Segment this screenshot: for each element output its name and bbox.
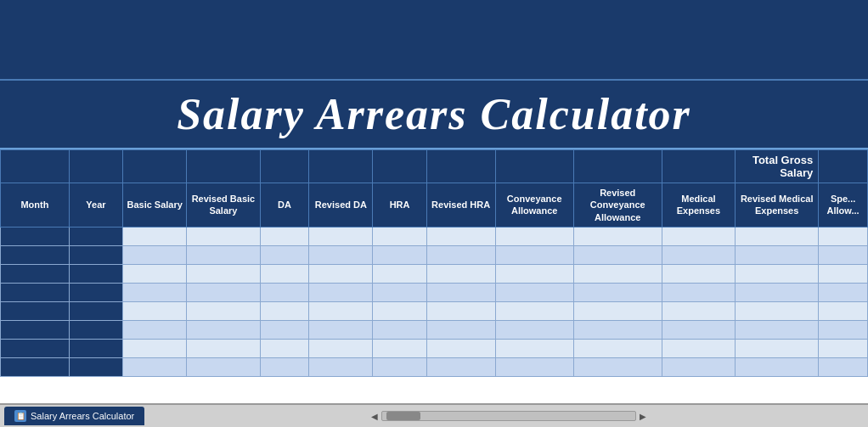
cell-revised-basic-salary[interactable] xyxy=(187,264,261,283)
cell-revised-basic-salary[interactable] xyxy=(187,245,261,264)
scroll-left-button[interactable]: ◀ xyxy=(371,412,378,421)
cell-basic-salary[interactable] xyxy=(123,301,187,320)
cell-revised-basic-salary[interactable] xyxy=(187,227,261,245)
cell-conveyance[interactable] xyxy=(495,320,573,339)
cell-revised-hra[interactable] xyxy=(426,283,495,301)
table-row[interactable] xyxy=(1,301,868,320)
cell-year[interactable] xyxy=(69,339,122,357)
table-row[interactable] xyxy=(1,357,868,376)
cell-conveyance[interactable] xyxy=(495,357,573,376)
cell-revised-da[interactable] xyxy=(309,245,373,264)
cell-year[interactable] xyxy=(69,320,122,339)
cell-revised-conveyance[interactable] xyxy=(573,339,662,357)
table-row[interactable] xyxy=(1,320,868,339)
cell-revised-medical[interactable] xyxy=(736,301,819,320)
cell-hra[interactable] xyxy=(373,301,426,320)
cell-conveyance[interactable] xyxy=(495,245,573,264)
cell-revised-conveyance[interactable] xyxy=(573,320,662,339)
cell-year[interactable] xyxy=(69,301,122,320)
cell-revised-conveyance[interactable] xyxy=(573,357,662,376)
cell-revised-hra[interactable] xyxy=(426,339,495,357)
cell-da[interactable] xyxy=(260,264,309,283)
cell-revised-conveyance[interactable] xyxy=(573,283,662,301)
cell-revised-conveyance[interactable] xyxy=(573,301,662,320)
cell-hra[interactable] xyxy=(373,283,426,301)
cell-da[interactable] xyxy=(260,320,309,339)
cell-medical[interactable] xyxy=(662,227,736,245)
cell-revised-hra[interactable] xyxy=(426,227,495,245)
table-row[interactable] xyxy=(1,339,868,357)
table-row[interactable] xyxy=(1,245,868,264)
cell-revised-hra[interactable] xyxy=(426,301,495,320)
cell-revised-basic-salary[interactable] xyxy=(187,357,261,376)
cell-revised-da[interactable] xyxy=(309,320,373,339)
cell-month[interactable] xyxy=(1,227,70,245)
cell-special[interactable] xyxy=(819,264,868,283)
cell-month[interactable] xyxy=(1,357,70,376)
cell-special[interactable] xyxy=(819,283,868,301)
cell-da[interactable] xyxy=(260,283,309,301)
cell-da[interactable] xyxy=(260,339,309,357)
cell-hra[interactable] xyxy=(373,320,426,339)
sheet-tab[interactable]: 📋 Salary Arrears Calculator xyxy=(4,407,144,425)
cell-special[interactable] xyxy=(819,339,868,357)
cell-basic-salary[interactable] xyxy=(123,283,187,301)
cell-medical[interactable] xyxy=(662,245,736,264)
scrollbar-thumb[interactable] xyxy=(386,412,420,420)
table-row[interactable] xyxy=(1,264,868,283)
cell-hra[interactable] xyxy=(373,227,426,245)
scroll-right-button[interactable]: ▶ xyxy=(640,412,646,421)
cell-da[interactable] xyxy=(260,227,309,245)
cell-month[interactable] xyxy=(1,339,70,357)
table-row[interactable] xyxy=(1,227,868,245)
cell-conveyance[interactable] xyxy=(495,339,573,357)
cell-medical[interactable] xyxy=(662,264,736,283)
cell-medical[interactable] xyxy=(662,320,736,339)
cell-revised-da[interactable] xyxy=(309,264,373,283)
cell-basic-salary[interactable] xyxy=(123,357,187,376)
cell-month[interactable] xyxy=(1,301,70,320)
cell-basic-salary[interactable] xyxy=(123,339,187,357)
cell-conveyance[interactable] xyxy=(495,283,573,301)
cell-hra[interactable] xyxy=(373,357,426,376)
cell-revised-da[interactable] xyxy=(309,283,373,301)
cell-special[interactable] xyxy=(819,320,868,339)
table-row[interactable] xyxy=(1,283,868,301)
cell-revised-medical[interactable] xyxy=(736,339,819,357)
cell-revised-basic-salary[interactable] xyxy=(187,320,261,339)
cell-year[interactable] xyxy=(69,283,122,301)
cell-revised-da[interactable] xyxy=(309,339,373,357)
cell-special[interactable] xyxy=(819,227,868,245)
cell-special[interactable] xyxy=(819,301,868,320)
cell-month[interactable] xyxy=(1,283,70,301)
cell-revised-da[interactable] xyxy=(309,301,373,320)
cell-medical[interactable] xyxy=(662,283,736,301)
cell-revised-hra[interactable] xyxy=(426,320,495,339)
cell-special[interactable] xyxy=(819,357,868,376)
cell-year[interactable] xyxy=(69,264,122,283)
cell-month[interactable] xyxy=(1,245,70,264)
cell-revised-basic-salary[interactable] xyxy=(187,301,261,320)
cell-revised-conveyance[interactable] xyxy=(573,245,662,264)
cell-month[interactable] xyxy=(1,264,70,283)
cell-basic-salary[interactable] xyxy=(123,227,187,245)
cell-medical[interactable] xyxy=(662,357,736,376)
cell-revised-da[interactable] xyxy=(309,227,373,245)
cell-hra[interactable] xyxy=(373,245,426,264)
cell-revised-medical[interactable] xyxy=(736,320,819,339)
cell-conveyance[interactable] xyxy=(495,264,573,283)
cell-revised-hra[interactable] xyxy=(426,357,495,376)
cell-conveyance[interactable] xyxy=(495,227,573,245)
cell-hra[interactable] xyxy=(373,264,426,283)
cell-year[interactable] xyxy=(69,227,122,245)
cell-basic-salary[interactable] xyxy=(123,245,187,264)
cell-medical[interactable] xyxy=(662,301,736,320)
cell-revised-hra[interactable] xyxy=(426,264,495,283)
cell-revised-conveyance[interactable] xyxy=(573,264,662,283)
cell-hra[interactable] xyxy=(373,339,426,357)
cell-revised-hra[interactable] xyxy=(426,245,495,264)
cell-basic-salary[interactable] xyxy=(123,264,187,283)
cell-da[interactable] xyxy=(260,357,309,376)
cell-medical[interactable] xyxy=(662,339,736,357)
cell-month[interactable] xyxy=(1,320,70,339)
